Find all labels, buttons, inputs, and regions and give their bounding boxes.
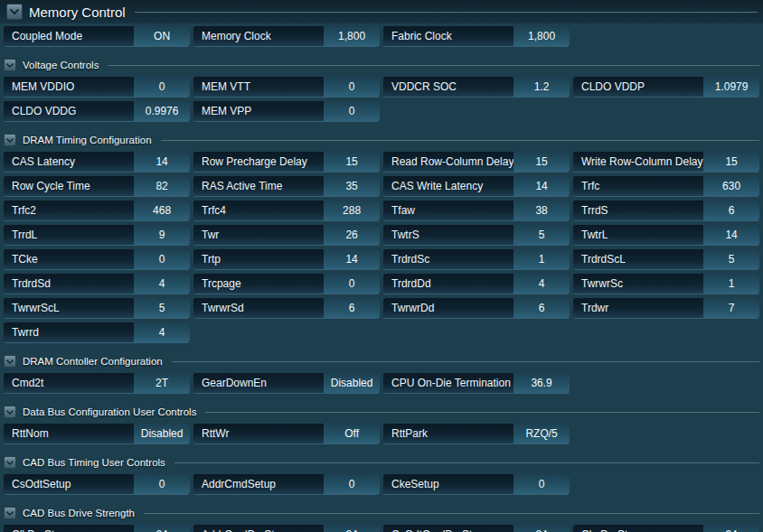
setting-cell[interactable]: RttPark RZQ/5 xyxy=(383,424,570,443)
setting-value[interactable]: 0 xyxy=(324,77,380,97)
section-collapse-button[interactable] xyxy=(4,507,16,519)
setting-value[interactable]: 24 xyxy=(513,525,570,532)
section-collapse-button[interactable] xyxy=(4,456,16,469)
setting-cell[interactable]: Memory Clock 1,800 xyxy=(193,26,380,46)
setting-cell[interactable]: Trtp 14 xyxy=(193,249,380,269)
setting-cell[interactable]: TrdrdSd 4 xyxy=(4,274,190,294)
section-collapse-button[interactable] xyxy=(4,134,16,146)
setting-value[interactable]: 24 xyxy=(134,525,190,532)
setting-cell[interactable]: GearDownEn Disabled xyxy=(193,373,380,393)
section-collapse-button[interactable] xyxy=(4,355,16,368)
setting-value[interactable]: 15 xyxy=(703,152,759,172)
setting-cell[interactable]: CsOdtCmdDrvStren 24 xyxy=(383,525,570,532)
setting-cell[interactable]: Coupled Mode ON xyxy=(4,26,190,46)
setting-cell[interactable]: Row Precharge Delay 15 xyxy=(193,152,380,172)
setting-cell[interactable]: TwrwrSd 6 xyxy=(193,298,380,318)
setting-value[interactable]: 9 xyxy=(134,225,190,245)
setting-value[interactable]: 36.9 xyxy=(513,373,570,393)
setting-value[interactable]: 26 xyxy=(324,225,380,245)
setting-cell[interactable]: TrdrdScL 5 xyxy=(573,249,759,269)
setting-value[interactable]: 6 xyxy=(703,201,759,220)
setting-value[interactable]: 14 xyxy=(703,225,759,245)
setting-cell[interactable]: TCke 0 xyxy=(4,249,190,269)
setting-value[interactable]: 0 xyxy=(134,249,190,269)
setting-value[interactable]: 2T xyxy=(134,373,190,393)
setting-value[interactable]: 38 xyxy=(513,201,570,220)
setting-value[interactable]: 7 xyxy=(703,298,759,318)
setting-cell[interactable]: TwtrL 14 xyxy=(573,225,759,245)
setting-value[interactable]: Disabled xyxy=(134,424,190,443)
setting-cell[interactable]: Trfc4 288 xyxy=(193,201,380,220)
setting-cell[interactable]: Trfc2 468 xyxy=(4,201,190,220)
setting-value[interactable]: 4 xyxy=(134,322,190,342)
setting-cell[interactable]: RttNom Disabled xyxy=(4,424,190,443)
setting-value[interactable]: 5 xyxy=(703,249,759,269)
setting-value[interactable]: 5 xyxy=(513,225,570,245)
setting-cell[interactable]: Trdwr 7 xyxy=(573,298,759,318)
setting-cell[interactable]: TrrdS 6 xyxy=(573,201,759,220)
setting-cell[interactable]: AddrCmdSetup 0 xyxy=(193,474,380,494)
setting-cell[interactable]: RAS Active Time 35 xyxy=(193,176,380,196)
setting-cell[interactable]: CsOdtSetup 0 xyxy=(4,474,190,494)
setting-cell[interactable]: Fabric Clock 1,800 xyxy=(383,26,570,46)
section-collapse-button[interactable] xyxy=(6,4,23,20)
setting-value[interactable]: 6 xyxy=(324,298,380,318)
setting-cell[interactable]: AddrCmdDrvStren 24 xyxy=(193,525,380,532)
section-collapse-button[interactable] xyxy=(4,406,16,418)
setting-cell[interactable]: CLDO VDDG 0.9976 xyxy=(4,101,190,121)
setting-value[interactable]: Disabled xyxy=(324,373,380,393)
setting-cell[interactable]: Trcpage 0 xyxy=(193,274,380,294)
setting-value[interactable]: 15 xyxy=(513,152,570,172)
setting-value[interactable]: 5 xyxy=(134,298,190,318)
setting-cell[interactable]: CAS Write Latency 14 xyxy=(383,176,570,196)
setting-cell[interactable]: CkeSetup 0 xyxy=(383,474,570,494)
setting-value[interactable]: 14 xyxy=(134,152,190,172)
setting-value[interactable]: 15 xyxy=(324,152,380,172)
setting-value[interactable]: ON xyxy=(134,26,190,46)
setting-value[interactable]: Off xyxy=(324,424,380,443)
setting-value[interactable]: 4 xyxy=(513,274,570,294)
setting-cell[interactable]: Read Row-Column Delay 15 xyxy=(383,152,570,172)
setting-cell[interactable]: RttWr Off xyxy=(193,424,380,443)
setting-value[interactable]: 0.9976 xyxy=(134,101,190,121)
setting-value[interactable]: 14 xyxy=(513,176,570,196)
setting-value[interactable]: 288 xyxy=(324,201,380,220)
setting-cell[interactable]: TwrwrScL 5 xyxy=(4,298,190,318)
setting-value[interactable]: 4 xyxy=(134,274,190,294)
setting-cell[interactable]: CLDO VDDP 1.0979 xyxy=(573,77,759,97)
setting-value[interactable]: 468 xyxy=(134,201,190,220)
setting-cell[interactable]: TrdrdSc 1 xyxy=(383,249,570,269)
setting-cell[interactable]: TwrwrSc 1 xyxy=(573,274,759,294)
setting-cell[interactable]: Row Cycle Time 82 xyxy=(4,176,190,196)
setting-cell[interactable]: Cmd2t 2T xyxy=(4,373,190,393)
setting-cell[interactable]: MEM VDDIO 0 xyxy=(4,77,190,97)
setting-cell[interactable]: CAS Latency 14 xyxy=(4,152,190,172)
setting-value[interactable]: 1,800 xyxy=(513,26,570,46)
setting-cell[interactable]: ClkDrvStren 24 xyxy=(4,525,190,532)
setting-cell[interactable]: Twr 26 xyxy=(193,225,380,245)
setting-value[interactable]: 1,800 xyxy=(324,26,380,46)
setting-cell[interactable]: Twrrd 4 xyxy=(4,322,190,342)
setting-value[interactable]: 14 xyxy=(324,249,380,269)
setting-value[interactable]: RZQ/5 xyxy=(513,424,570,443)
setting-cell[interactable]: Trfc 630 xyxy=(573,176,759,196)
setting-cell[interactable]: CkeDrvStren 24 xyxy=(573,525,759,532)
setting-value[interactable]: 6 xyxy=(513,298,570,318)
setting-value[interactable]: 1 xyxy=(513,249,570,269)
section-collapse-button[interactable] xyxy=(4,59,16,71)
setting-value[interactable]: 24 xyxy=(324,525,380,532)
setting-cell[interactable]: TrrdL 9 xyxy=(4,225,190,245)
setting-value[interactable]: 0 xyxy=(513,474,570,494)
setting-value[interactable]: 0 xyxy=(324,101,380,121)
setting-cell[interactable]: TrdrdDd 4 xyxy=(383,274,570,294)
setting-value[interactable]: 630 xyxy=(703,176,759,196)
setting-value[interactable]: 0 xyxy=(324,274,380,294)
setting-value[interactable]: 0 xyxy=(134,77,190,97)
setting-cell[interactable]: Tfaw 38 xyxy=(383,201,570,220)
setting-value[interactable]: 1.2 xyxy=(513,77,570,97)
setting-cell[interactable]: TwrwrDd 6 xyxy=(383,298,570,318)
setting-cell[interactable]: MEM VPP 0 xyxy=(193,101,380,121)
setting-cell[interactable]: TwtrS 5 xyxy=(383,225,570,245)
setting-cell[interactable]: CPU On-Die Termination 36.9 xyxy=(383,373,570,393)
setting-cell[interactable]: VDDCR SOC 1.2 xyxy=(383,77,570,97)
